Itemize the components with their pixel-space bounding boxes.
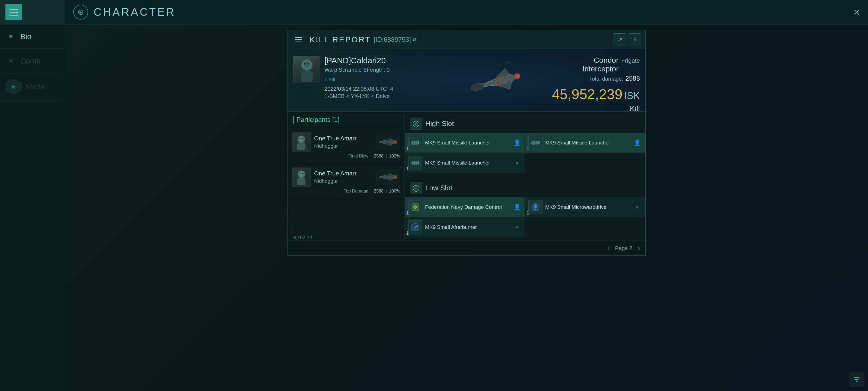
participant-row: One True Amarr Nidhoggur [292,133,400,151]
participant-stat-label1: Final Blow [348,154,368,159]
svg-point-9 [457,98,457,98]
sidebar-header [0,0,65,24]
kill-report-id: [ID:6889753] [373,36,411,44]
kr-header-icons: ↗ × [614,33,641,46]
character-kill-badge: 1 Kill [324,77,399,83]
svg-rect-43 [414,161,415,165]
total-damage-label: Total damage: [589,76,623,82]
participants-panel: Participants [1] [288,112,404,255]
svg-point-27 [394,175,397,179]
app-title: CHARACTER [94,6,176,18]
sidebar: ≡ Bio ✕ Comb ★ Meda [0,0,65,391]
participant-row: One True Amarr Nidhoggur [292,168,400,187]
damage-control-icon [410,202,421,212]
slot-item[interactable]: 1 MK9 Sm [405,133,525,152]
slot-item-person-icon[interactable]: 👤 [633,138,642,147]
slot-item[interactable]: 1 MK9 Sm [405,153,525,173]
ship-info-panel: Condor Interceptor Frigate Total damage:… [558,49,645,111]
svg-rect-17 [297,143,305,150]
slot-item-qty: 1 [406,211,409,216]
slot-item-person-icon[interactable]: 👤 [513,138,521,147]
kr-id-copy-icon[interactable]: ⧉ [412,36,416,43]
svg-point-21 [394,140,397,144]
slot-item-person-icon[interactable]: 👤 [513,203,521,212]
slot-item[interactable]: 1 MK9 Small Afterburner × [405,218,525,237]
missile-launcher-icon [410,158,421,168]
participant-avatar [292,133,311,151]
filter-button[interactable] [849,372,864,387]
kill-report-panel: KILL REPORT [ID:6889753] ⧉ ↗ × [287,30,646,256]
participant-avatar [292,168,311,187]
high-slot-items-grid: 1 MK9 Sm [404,133,645,173]
high-slot-icon [410,118,422,130]
participant-corp: Nidhoggur [314,143,372,149]
slot-item-x-icon[interactable]: × [513,159,521,167]
kill-result-label: Kill [630,104,640,112]
sidebar-item-medals[interactable]: ★ Meda [0,73,65,101]
svg-point-20 [302,138,303,139]
slot-item-qty: 1 [406,166,409,171]
participant-stat-label2: Top Damage [344,189,368,194]
slot-item[interactable]: 1 MK9 Small Microwarpdrive [525,197,645,217]
slot-shield-svg [412,185,420,192]
slot-item-icon [408,136,422,150]
app-title-area: ⊕ CHARACTER [73,5,176,20]
bio-icon: ≡ [5,31,16,42]
svg-point-26 [302,173,303,174]
svg-rect-42 [412,161,413,165]
hamburger-line [9,12,18,12]
kr-hamburger-line [295,41,302,42]
ship-display-area [404,49,558,111]
character-info: [PAND]Caldari20 Warp Scramble Strength: … [324,56,399,100]
combat-icon: ✕ [5,56,16,66]
microwarpdrive-icon [530,202,540,212]
svg-rect-32 [415,141,416,145]
kr-hamburger-button[interactable] [293,34,304,45]
modal-overlay: KILL REPORT [ID:6889753] ⧉ ↗ × [65,24,868,391]
participants-bar-decoration [293,116,294,123]
high-slot-section: High Slot 1 [404,112,645,176]
filter-icon [852,375,861,384]
sidebar-item-combat[interactable]: ✕ Comb [0,49,65,73]
avatar-face [293,56,320,83]
slot-item-qty: 1 [406,146,409,151]
slot-item[interactable]: 1 Federation Navy Damage Control [405,197,525,217]
slot-item-x-icon[interactable]: × [513,223,521,232]
participant-name: One True Amarr [314,135,372,142]
hamburger-button[interactable] [5,4,22,20]
slot-item-icon [408,156,422,170]
svg-point-10 [514,95,514,95]
svg-point-18 [299,136,304,142]
participant-stats-row: Final Blow | 2588 | 100% [292,154,400,159]
character-avatar [293,56,320,83]
sidebar-item-bio[interactable]: ≡ Bio [0,24,65,49]
total-damage-value: 2588 [625,75,640,82]
kr-close-button[interactable]: × [629,33,641,46]
participant-name: One True Amarr [314,170,372,177]
medals-hexagon-icon: ★ [5,79,22,95]
slot-item-x-icon[interactable]: × [633,203,642,212]
participant-ship-svg [377,136,399,148]
page-next-button[interactable]: › [638,244,640,252]
slot-item[interactable]: 1 MK9 Sm [525,133,645,152]
page-prev-button[interactable]: ‹ [608,244,610,252]
participants-header: Participants [1] [288,112,404,128]
avatar-svg [296,57,318,82]
character-warp-scramble: Warp Scramble Strength: 0 [324,67,399,73]
participant-info: One True Amarr Nidhoggur [314,135,372,149]
svg-point-19 [300,138,301,139]
svg-point-11 [470,82,485,91]
missile-launcher-icon [530,138,540,148]
kr-export-button[interactable]: ↗ [614,33,626,46]
isk-value: 45,952,239 [552,87,622,102]
app-close-button[interactable]: × [854,6,860,18]
svg-rect-1 [301,71,313,82]
slot-item-name: MK9 Small Missile Launcher [545,139,630,147]
character-panel: [PAND]Caldari20 Warp Scramble Strength: … [288,49,404,111]
slot-item-name: MK9 Small Missile Launcher [425,139,510,147]
slots-panel: High Slot 1 [404,112,645,255]
participant-stats-row: Top Damage | 2588 | 100% [292,189,400,194]
participant-ship-svg [377,171,399,183]
participant-stat-value2: 2588 [374,189,383,194]
svg-rect-23 [297,178,305,185]
